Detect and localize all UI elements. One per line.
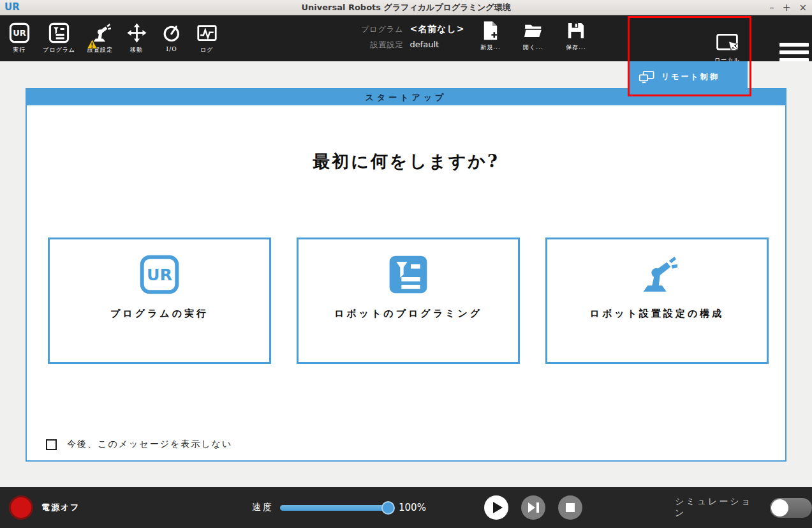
titlebar: UR Universal Robots グラフィカルプログラミング環境 – + … — [0, 0, 812, 15]
tab-label: I/O — [166, 46, 177, 52]
tab-run[interactable]: UR 実行 — [4, 18, 34, 59]
ur-logo-icon: UR — [9, 22, 30, 43]
speed-label: 速度 — [252, 502, 274, 513]
save-button-label: 保存... — [566, 43, 586, 52]
main-toolbar: UR 実行 プログラム 設置設定 — [0, 15, 812, 61]
simulation-group: シミュレーション — [675, 487, 812, 528]
configure-installation-card[interactable]: ロボット設置設定の構成 — [545, 238, 769, 364]
open-button[interactable]: 開く... — [519, 20, 548, 52]
step-icon — [528, 502, 539, 513]
tab-program[interactable]: プログラム — [39, 18, 79, 59]
startup-panel-body: 最初に何をしますか? UR プログラムの実行 ロボットのプログラミング — [27, 105, 785, 462]
tab-move[interactable]: 移動 — [121, 18, 152, 59]
warning-icon — [87, 39, 98, 49]
tab-label: プログラム — [43, 46, 75, 54]
save-button[interactable]: 保存... — [561, 20, 591, 52]
tab-io[interactable]: I/O — [156, 18, 187, 59]
tab-label: 実行 — [13, 46, 26, 54]
remote-control-menu-item[interactable]: リモート制御 — [630, 61, 748, 93]
card-label: プログラムの実行 — [110, 308, 209, 320]
simulation-toggle-knob — [771, 499, 788, 517]
program-icon — [388, 254, 429, 295]
program-info: プログラム <名前なし> 設置設定 default — [361, 24, 465, 50]
window-title: Universal Robots グラフィカルプログラミング環境 — [0, 2, 812, 13]
simulation-label: シミュレーション — [675, 496, 760, 519]
stop-button[interactable] — [558, 495, 582, 520]
svg-text:UR: UR — [147, 265, 172, 284]
polyscope-window: UR Universal Robots グラフィカルプログラミング環境 – + … — [0, 0, 812, 528]
local-remote-button[interactable]: ローカル — [704, 33, 750, 64]
program-name: <名前なし> — [410, 24, 464, 35]
close-button[interactable]: × — [799, 2, 807, 13]
speed-value: 100% — [399, 502, 426, 513]
new-file-icon — [482, 20, 499, 41]
log-icon — [196, 22, 218, 43]
ur-logo-icon: UR — [139, 254, 180, 295]
program-icon — [48, 22, 70, 43]
startup-panel: スタートアップ 最初に何をしますか? UR プログラムの実行 ロボットのプログラ… — [26, 88, 786, 462]
move-icon — [126, 22, 147, 43]
ur-logo-icon: UR — [4, 1, 18, 14]
stop-icon — [566, 503, 575, 512]
speed-slider[interactable] — [280, 505, 394, 511]
hamburger-menu-button[interactable] — [779, 43, 809, 62]
power-group: 電源オフ — [9, 487, 80, 528]
run-program-card[interactable]: UR プログラムの実行 — [48, 238, 271, 364]
installation-name: default — [410, 40, 464, 49]
power-status-label: 電源オフ — [41, 502, 80, 513]
file-buttons: 新規... 開く... 保存... — [476, 20, 591, 52]
window-controls: – + × — [769, 0, 807, 15]
new-button-label: 新規... — [480, 43, 501, 52]
installation-label: 設置設定 — [370, 40, 403, 50]
card-label: ロボット設置設定の構成 — [590, 308, 725, 320]
speed-slider-thumb[interactable] — [381, 501, 395, 515]
program-robot-card[interactable]: ロボットのプログラミング — [297, 238, 520, 364]
svg-text:UR: UR — [13, 28, 26, 38]
power-button[interactable] — [9, 495, 33, 520]
tab-log[interactable]: ログ — [191, 18, 222, 59]
dont-show-again-checkbox[interactable] — [46, 439, 57, 450]
local-control-icon — [714, 33, 740, 55]
startup-question: 最初に何をしますか? — [27, 150, 785, 173]
maximize-button[interactable]: + — [783, 2, 791, 13]
program-label: プログラム — [361, 24, 403, 35]
main-content: スタートアップ 最初に何をしますか? UR プログラムの実行 ロボットのプログラ… — [0, 61, 812, 487]
open-folder-icon — [524, 20, 542, 41]
step-button[interactable] — [521, 495, 545, 520]
save-icon — [567, 20, 585, 41]
toolbar-tabs: UR 実行 プログラム 設置設定 — [4, 18, 222, 59]
transport-controls — [484, 495, 582, 520]
tab-label: ログ — [200, 46, 213, 54]
footer-bar: 電源オフ 速度 100% シミュレーション — [0, 487, 812, 528]
installation-icon — [637, 254, 677, 295]
remote-screens-icon — [639, 70, 655, 84]
play-button[interactable] — [484, 495, 508, 520]
tab-installation[interactable]: 設置設定 — [84, 18, 117, 59]
new-button[interactable]: 新規... — [476, 20, 505, 52]
tab-label: 移動 — [130, 46, 143, 54]
dont-show-again-label: 今後、このメッセージを表示しない — [67, 439, 232, 450]
speed-group: 速度 100% — [252, 487, 426, 528]
card-label: ロボットのプログラミング — [334, 308, 482, 320]
open-button-label: 開く... — [523, 43, 543, 52]
minimize-button[interactable]: – — [769, 2, 774, 13]
io-icon — [161, 22, 182, 43]
remote-control-label: リモート制御 — [661, 72, 720, 82]
hamburger-bar — [779, 50, 809, 54]
hamburger-bar — [779, 43, 809, 47]
play-icon — [493, 502, 503, 513]
simulation-toggle[interactable] — [770, 498, 812, 518]
dont-show-again-row[interactable]: 今後、このメッセージを表示しない — [46, 439, 232, 450]
